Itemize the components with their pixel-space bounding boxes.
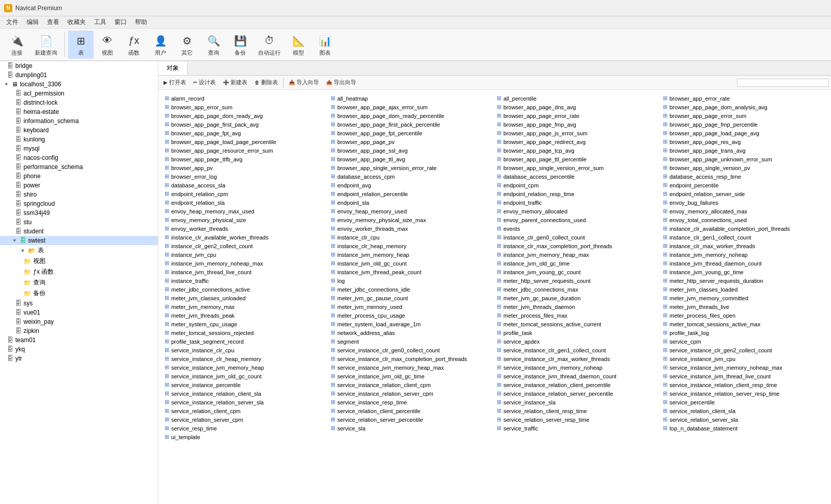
table-entry[interactable]: ⊞browser_app_single_version_error_rate xyxy=(329,163,495,172)
table-entry[interactable]: ⊞envoy_memory_physical_size_max xyxy=(329,215,495,224)
table-entry[interactable]: ⊞meter_jvm_memory_used xyxy=(329,302,495,311)
table-entry[interactable]: ⊞meter_tomcat_sessions_active_max xyxy=(661,320,827,328)
table-entry[interactable]: ⊞service_instance_jvm_old_gc_time xyxy=(329,372,495,380)
table-entry[interactable]: ⊞instance_clr_cpu xyxy=(329,233,495,242)
table-entry[interactable]: ⊞service_instance_relation_server_cpm xyxy=(329,389,495,398)
table-entry[interactable]: ⊞envoy_memory_allocated xyxy=(495,207,661,215)
table-entry[interactable]: ⊞browser_app_page_fmp_percentile xyxy=(661,120,827,129)
table-entry[interactable]: ⊞meter_jvm_classes_unloaded xyxy=(163,294,329,302)
table-entry[interactable]: ⊞endpoint_relation_cpm xyxy=(163,189,329,198)
table-entry[interactable]: ⊞endpoint_relation_sla xyxy=(163,198,329,207)
table-entry[interactable]: ⊞meter_jdbc_connections_max xyxy=(495,285,661,294)
table-entry[interactable]: ⊞service_instance_relation_client_cpm xyxy=(329,380,495,389)
table-entry[interactable]: ⊞service_instance_clr_gen0_collect_count xyxy=(329,346,495,354)
table-entry[interactable]: ⊞service_instance_clr_max_completion_por… xyxy=(329,354,495,363)
table-entry[interactable]: ⊞meter_jdbc_connections_idle xyxy=(329,285,495,294)
table-entry[interactable]: ⊞instance_jvm_old_gc_count xyxy=(329,259,495,268)
search-input[interactable] xyxy=(737,79,829,87)
table-entry[interactable]: ⊞service_relation_server_resp_time xyxy=(495,415,661,424)
table-entry[interactable]: ⊞envoy_memory_physical_size xyxy=(163,215,329,224)
toolbar-btn-其它[interactable]: ⚙其它 xyxy=(174,31,200,59)
action-btn-删除表[interactable]: 🗑删除表 xyxy=(251,78,281,87)
table-entry[interactable]: ⊞service_traffic xyxy=(495,424,661,433)
table-entry[interactable]: ⊞log xyxy=(329,276,495,285)
sidebar-item-team01[interactable]: 🗄team01 xyxy=(0,335,158,345)
table-entry[interactable]: ⊞browser_app_error_sum xyxy=(163,103,329,111)
table-entry[interactable]: ⊞envoy_bug_failures xyxy=(661,198,827,207)
table-entry[interactable]: ⊞instance_jvm_thread_daemon_count xyxy=(661,259,827,268)
sidebar-item-ƒx-函数[interactable]: 📁ƒx 函数 xyxy=(0,267,158,277)
table-entry[interactable]: ⊞browser_app_page_ajax_error_sum xyxy=(329,103,495,111)
table-entry[interactable]: ⊞browser_app_page_first_pack_avg xyxy=(163,120,329,129)
action-btn-导入向导[interactable]: 📥导入向导 xyxy=(286,78,322,87)
sidebar-item-localhost_3306[interactable]: ▼🖥localhost_3306 xyxy=(0,80,158,89)
toolbar-btn-视图[interactable]: 👁视图 xyxy=(95,31,120,59)
table-entry[interactable]: ⊞meter_jdbc_connections_active xyxy=(163,285,329,294)
table-entry[interactable]: ⊞service_instance_resp_time xyxy=(329,398,495,406)
table-entry[interactable]: ⊞events xyxy=(495,224,661,233)
table-entry[interactable]: ⊞service_relation_client_percentile xyxy=(329,406,495,415)
table-entry[interactable]: ⊞browser_app_page_error_rate xyxy=(495,111,661,120)
toolbar-btn-查询[interactable]: 🔍查询 xyxy=(201,31,226,59)
table-entry[interactable]: ⊞meter_jvm_gc_pause_count xyxy=(329,294,495,302)
table-entry[interactable]: ⊞all_percentile xyxy=(495,94,661,103)
sidebar-item-zipkin[interactable]: 🗄zipkin xyxy=(0,326,158,335)
table-entry[interactable]: ⊞meter_system_cpu_usage xyxy=(163,320,329,328)
table-entry[interactable]: ⊞service_relation_server_percentile xyxy=(329,415,495,424)
table-entry[interactable]: ⊞service_relation_server_cpm xyxy=(163,415,329,424)
table-entry[interactable]: ⊞instance_jvm_thread_live_count xyxy=(163,268,329,276)
table-entry[interactable]: ⊞meter_jvm_classes_loaded xyxy=(661,285,827,294)
table-entry[interactable]: ⊞service_instance_relation_client_percen… xyxy=(495,380,661,389)
table-entry[interactable]: ⊞browser_app_page_tcp_avg xyxy=(495,146,661,155)
sidebar-item-shiro[interactable]: 🗄shiro xyxy=(0,190,158,199)
table-entry[interactable]: ⊞browser_app_page_js_error_sum xyxy=(495,129,661,137)
table-entry[interactable]: ⊞meter_tomcat_sessions_rejected xyxy=(163,328,329,337)
table-entry[interactable]: ⊞envoy_total_connections_used xyxy=(661,215,827,224)
table-entry[interactable]: ⊞service_sla xyxy=(329,424,495,433)
tab-对象[interactable]: 对象 xyxy=(158,62,188,75)
sidebar-item-视图[interactable]: 📁视图 xyxy=(0,256,158,267)
menu-item-查看[interactable]: 查看 xyxy=(43,17,63,28)
table-entry[interactable]: ⊞instance_clr_gen2_collect_count xyxy=(163,242,329,250)
table-entry[interactable]: ⊞database_access_sla xyxy=(163,181,329,189)
toolbar-btn-用户[interactable]: 👤用户 xyxy=(148,31,173,59)
menu-item-帮助[interactable]: 帮助 xyxy=(131,17,151,28)
table-entry[interactable]: ⊞endpoint_sla xyxy=(329,198,495,207)
table-entry[interactable]: ⊞instance_clr_gen0_collect_count xyxy=(495,233,661,242)
table-entry[interactable]: ⊞instance_clr_available_worker_threads xyxy=(163,233,329,242)
table-entry[interactable]: ⊞service_resp_time xyxy=(163,424,329,433)
table-entry[interactable]: ⊞service_relation_client_resp_time xyxy=(495,406,661,415)
table-entry[interactable]: ⊞browser_app_page_load_page_avg xyxy=(661,129,827,137)
table-entry[interactable]: ⊞service_relation_client_cpm xyxy=(163,406,329,415)
table-entry[interactable]: ⊞instance_clr_available_completion_port_… xyxy=(661,224,827,233)
table-entry[interactable]: ⊞alarm_record xyxy=(163,94,329,103)
table-entry[interactable]: ⊞database_access_resp_time xyxy=(661,172,827,181)
table-entry[interactable]: ⊞envoy_worker_threads_max xyxy=(329,224,495,233)
sidebar-item-acl_permission[interactable]: 🗄acl_permission xyxy=(0,89,158,98)
table-entry[interactable]: ⊞service_instance_jvm_memory_noheap xyxy=(495,363,661,372)
table-entry[interactable]: ⊞database_access_cpm xyxy=(329,172,495,181)
table-entry[interactable]: ⊞meter_system_load_average_1m xyxy=(329,320,495,328)
table-entry[interactable]: ⊞segment xyxy=(329,337,495,346)
action-btn-新建表[interactable]: ➕新建表 xyxy=(220,78,250,87)
table-entry[interactable]: ⊞endpoint_traffic xyxy=(495,198,661,207)
table-entry[interactable]: ⊞browser_app_page_ttl_percentile xyxy=(495,155,661,163)
table-entry[interactable]: ⊞service_instance_jvm_memory_noheap_max xyxy=(661,363,827,372)
action-btn-导出向导[interactable]: 📤导出向导 xyxy=(323,78,359,87)
table-entry[interactable]: ⊞service_instance_percentile xyxy=(163,380,329,389)
menu-item-文件[interactable]: 文件 xyxy=(2,17,22,28)
table-entry[interactable]: ⊞network_address_alias xyxy=(329,328,495,337)
table-entry[interactable]: ⊞envoy_heap_memory_max_used xyxy=(163,207,329,215)
action-btn-设计表[interactable]: ✏设计表 xyxy=(190,78,219,87)
table-entry[interactable]: ⊞envoy_worker_threads xyxy=(163,224,329,233)
table-entry[interactable]: ⊞service_instance_relation_server_resp_t… xyxy=(661,389,827,398)
sidebar-item-dumpling01[interactable]: 🗄dumpling01 xyxy=(0,70,158,80)
toolbar-btn-自动运行[interactable]: ⏱自动运行 xyxy=(254,31,285,59)
table-entry[interactable]: ⊞instance_clr_heap_memory xyxy=(329,242,495,250)
table-entry[interactable]: ⊞endpoint_relation_percentile xyxy=(329,189,495,198)
sidebar-item-kunlong[interactable]: 🗄kunlong xyxy=(0,135,158,144)
table-entry[interactable]: ⊞meter_jvm_threads_daemon xyxy=(495,302,661,311)
sidebar-item-distrinct-lock[interactable]: 🗄distrinct-lock xyxy=(0,98,158,107)
toolbar-btn-连接[interactable]: 🔌连接 xyxy=(4,31,30,59)
toolbar-btn-函数[interactable]: ƒx函数 xyxy=(121,31,147,59)
